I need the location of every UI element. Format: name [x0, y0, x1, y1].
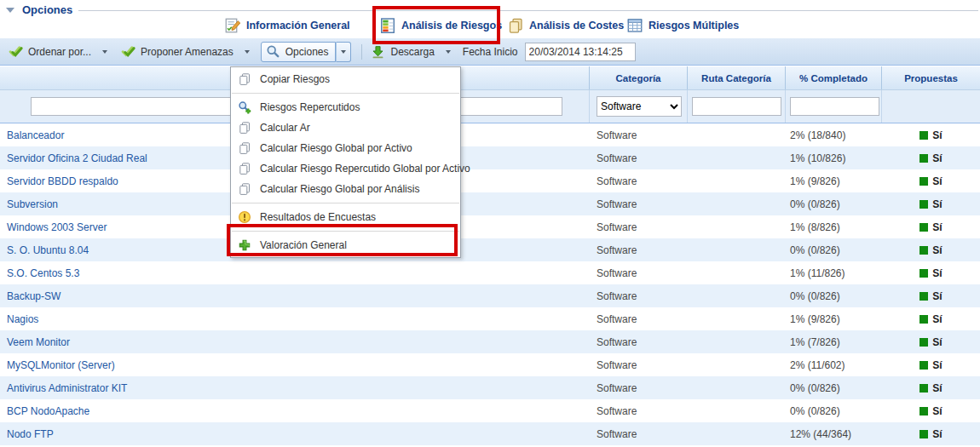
column-header-categoria[interactable]: Categoría: [590, 66, 688, 89]
menu-item-riesgos-repercutidos[interactable]: Riesgos Repercutidos: [231, 97, 460, 117]
chevron-down-icon: [446, 50, 451, 54]
table-row[interactable]: Servidor BBDD respaldo Software 1% (9/82…: [0, 169, 980, 192]
asset-name-cell: Nagios: [0, 307, 590, 330]
proposal-value: Sí: [932, 359, 942, 371]
route-category-cell: [688, 284, 786, 307]
menu-item-resultados-de-encuestas[interactable]: Resultados de Encuestas: [231, 207, 460, 227]
category-cell: Software: [590, 353, 688, 376]
proposal-value: Sí: [932, 198, 942, 210]
route-category-cell: [688, 399, 786, 422]
table-row[interactable]: Nagios Software 1% (9/826) Sí: [0, 307, 980, 330]
risk-analysis-screen: Opciones Información General Análisis de…: [0, 0, 980, 447]
risk-table-icon: [379, 17, 396, 34]
table-row[interactable]: Balanceador Software 2% (18/840) Sí: [0, 123, 980, 146]
proposals-cell: Sí: [882, 215, 980, 238]
table-row[interactable]: MySQLMonitor (Server) Software 2% (11/60…: [0, 353, 980, 376]
route-category-cell: [688, 353, 786, 376]
copy-pages-icon: [507, 17, 524, 34]
table-row[interactable]: Veem Monitor Software 1% (7/826) Sí: [0, 330, 980, 353]
proposal-value: Sí: [932, 244, 942, 256]
table-row[interactable]: Antivirus Administrator KIT Software 0% …: [0, 376, 980, 399]
check-icon: [121, 44, 135, 59]
route-category-filter-input[interactable]: [692, 97, 781, 116]
proposal-value: Sí: [932, 290, 942, 302]
options-menu-arrow-button[interactable]: [336, 42, 351, 62]
proposals-cell: Sí: [882, 284, 980, 307]
column-header-ruta-categoria[interactable]: Ruta Categoría: [688, 66, 786, 89]
table-row[interactable]: Backup-SW Software 0% (0/826) Sí: [0, 284, 980, 307]
route-category-cell: [688, 422, 786, 445]
chevron-down-icon: [341, 50, 346, 54]
proposals-cell: Sí: [882, 399, 980, 422]
grid-table-icon: [626, 17, 643, 34]
proposal-green-square-icon: [919, 177, 928, 186]
completed-cell: 0% (0/826): [786, 399, 882, 422]
chevron-down-icon: [102, 50, 107, 54]
propose-threats-button[interactable]: Proponer Amenazas: [121, 44, 250, 59]
download-icon: [371, 44, 385, 59]
proposal-value: Sí: [932, 336, 942, 348]
proposal-green-square-icon: [919, 338, 928, 347]
proposal-green-square-icon: [919, 131, 928, 140]
route-category-cell: [688, 376, 786, 399]
category-cell: Software: [590, 376, 688, 399]
completed-cell: 1% (10/826): [786, 146, 882, 169]
grid-filter-row: Software: [0, 90, 980, 123]
menu-item-calcular-riesgo-repercutido-global-por-activo[interactable]: Calcular Riesgo Repercutido Global por A…: [231, 158, 460, 179]
edit-note-icon: [224, 17, 241, 34]
start-date-input[interactable]: [525, 43, 636, 61]
proposal-value: Sí: [932, 152, 942, 164]
completed-filter-input[interactable]: [790, 97, 879, 116]
completed-cell: 0% (0/826): [786, 284, 882, 307]
proposals-cell: Sí: [882, 192, 980, 215]
proposal-value: Sí: [932, 313, 942, 325]
category-cell: Software: [590, 261, 688, 284]
options-button[interactable]: Opciones: [261, 42, 337, 62]
completed-cell: 2% (18/840): [786, 123, 882, 146]
route-category-cell: [688, 261, 786, 284]
download-button[interactable]: Descarga: [371, 44, 450, 59]
proposal-green-square-icon: [919, 407, 928, 415]
table-row[interactable]: Nodo FTP Software 12% (44/364) Sí: [0, 422, 980, 445]
category-cell: Software: [590, 169, 688, 192]
proposals-cell: Sí: [882, 169, 980, 192]
proposal-green-square-icon: [919, 154, 928, 163]
asset-name-cell: S.O. Centos 5.3: [0, 261, 590, 284]
category-filter-select[interactable]: Software: [597, 96, 682, 117]
proposal-green-square-icon: [919, 269, 928, 278]
sort-by-button[interactable]: Ordenar por...: [9, 44, 107, 59]
table-row[interactable]: Subversion Software 0% (0/826) Sí: [0, 192, 980, 215]
menu-item-calcular-ar[interactable]: Calcular Ar: [231, 117, 460, 138]
proposals-cell: Sí: [882, 422, 980, 445]
column-header-propuestas[interactable]: Propuestas: [882, 66, 980, 89]
menu-item-copiar-riesgos[interactable]: Copiar Riesgos: [231, 69, 460, 89]
top-tab-bar: Información General Análisis de Riesgos …: [0, 13, 980, 38]
table-row[interactable]: S. O. Ubuntu 8.04 Software 0% (0/826) Sí: [0, 238, 980, 261]
completed-cell: 1% (9/826): [786, 307, 882, 330]
category-cell: Software: [590, 399, 688, 422]
route-category-cell: [688, 307, 786, 330]
proposal-value: Sí: [932, 129, 942, 141]
table-row[interactable]: Windows 2003 Server Software 1% (8/826) …: [0, 215, 980, 238]
tab-informacion-general[interactable]: Información General: [224, 13, 350, 38]
magnifier-icon: [266, 44, 280, 59]
menu-item-valoracion-general[interactable]: Valoración General: [231, 235, 460, 255]
menu-item-calcular-riesgo-global-por-activo[interactable]: Calcular Riesgo Global por Activo: [231, 138, 460, 158]
search-plus-icon: [238, 100, 251, 114]
menu-item-calcular-riesgo-global-por-analisis[interactable]: Calcular Riesgo Global por Análisis: [231, 179, 460, 199]
tab-riesgos-multiples[interactable]: Riesgos Múltiples: [626, 13, 739, 38]
table-row[interactable]: BCP NodoApache Software 0% (0/826) Sí: [0, 399, 980, 422]
proposal-green-square-icon: [919, 430, 928, 438]
proposal-value: Sí: [932, 428, 942, 440]
asset-name-cell: Nodo FTP: [0, 422, 590, 445]
column-header-completado[interactable]: % Completado: [786, 66, 882, 89]
menu-separator: [232, 203, 459, 203]
completed-cell: 1% (9/826): [786, 169, 882, 192]
tab-analisis-de-riesgos[interactable]: Análisis de Riesgos: [379, 13, 502, 38]
asset-name-cell: Veem Monitor: [0, 330, 590, 353]
table-row[interactable]: Servidor Oficina 2 Ciudad Real Software …: [0, 146, 980, 169]
proposal-green-square-icon: [919, 246, 928, 255]
route-category-cell: [688, 123, 786, 146]
table-row[interactable]: S.O. Centos 5.3 Software 1% (11/826) Sí: [0, 261, 980, 284]
tab-analisis-de-costes[interactable]: Análisis de Costes: [507, 13, 624, 38]
